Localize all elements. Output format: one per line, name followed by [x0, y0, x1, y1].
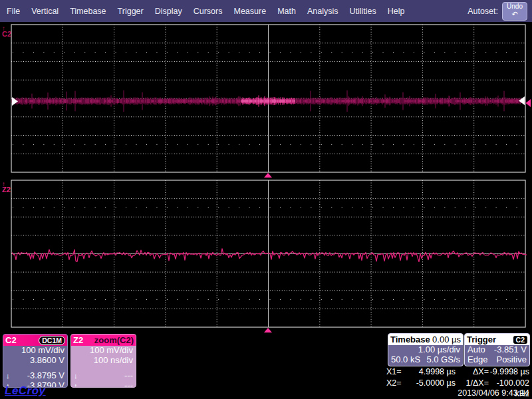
timebase-title: Timebase [390, 334, 430, 344]
z2-tdiv-value: 100 ns/div [94, 356, 133, 366]
z2-panel-header: Z2 zoom(C2) [71, 334, 136, 346]
c2-label-text: C2 [2, 30, 11, 38]
c2-min-value: -3.8795 V [27, 371, 65, 381]
timebase-rate: 5.0 GS/s [426, 355, 460, 365]
trigger-level: -3.851 V [494, 345, 527, 355]
z2-max-value: --- [124, 381, 133, 388]
trigger-title: Trigger [467, 334, 496, 344]
c2-vdiv-value: 100 mV/div [21, 346, 65, 356]
cursor-x1-marker[interactable] [519, 96, 525, 105]
z2-tdiv-row: 100 ns/div [71, 356, 136, 366]
timebase-delay: 0.00 µs [432, 334, 461, 344]
trigger-mode: Auto [467, 345, 485, 355]
trigger-type-row: Edge Positive [465, 355, 529, 365]
trigger-slope: Positive [496, 355, 527, 365]
c2-vdiv-row: 100 mV/div [3, 346, 67, 356]
oscilloscope-screen: FileVerticalTimebaseTriggerDisplayCursor… [0, 0, 532, 399]
z2-min-value: --- [124, 371, 133, 381]
trigger-mode-row: Auto -3.851 V [465, 345, 529, 355]
trigger-time-marker-top[interactable] [264, 173, 272, 178]
z2-min-row: ↓ --- [71, 371, 136, 381]
min-arrow-icon: ↓ [6, 371, 10, 381]
timebase-panel[interactable]: Timebase 0.00 µs 1.00 µs/div 50.0 kS 5.0… [388, 333, 464, 366]
dx-value: -9.9998 µs [489, 366, 529, 378]
z2-label-text: Z2 [2, 186, 11, 194]
c2-panel-title: C2 [5, 335, 17, 345]
z2-vdiv-value: 100 mV/div [90, 346, 133, 356]
max-arrow-icon: ↑ [74, 381, 78, 388]
trigger-time-marker-bottom[interactable] [264, 328, 272, 332]
z2-panel-title: Z2 [73, 335, 83, 345]
trigger-panel[interactable]: Trigger C2 Auto -3.851 V Edge Positive [464, 333, 530, 366]
c2-panel-header: C2 DC1M [3, 334, 67, 346]
c2-offset-value: 3.8600 V [30, 356, 65, 366]
timebase-panel-header: Timebase 0.00 µs [388, 334, 463, 345]
z2-source-label: zoom(C2) [94, 335, 134, 345]
timebase-sampling-row: 50.0 kS 5.0 GS/s [388, 355, 463, 365]
z2-trace [12, 249, 527, 262]
timebase-samples: 50.0 kS [391, 355, 420, 365]
z2-trace-label[interactable]: ↑ Z2 [2, 181, 13, 193]
z2-vdiv-row: 100 mV/div [71, 346, 136, 356]
timebase-tdiv: 1.00 µs/div [418, 345, 460, 355]
c2-offset-row: 3.8600 V [3, 356, 67, 366]
timebase-tdiv-row: 1.00 µs/div [388, 345, 463, 355]
c2-descriptor-panel[interactable]: C2 DC1M 100 mV/div 3.8600 V ↓ -3.8795 V … [3, 334, 68, 388]
min-arrow-icon: ↓ [74, 371, 78, 381]
dx-label: ΔX= [456, 366, 489, 378]
c2-min-row: ↓ -3.8795 V [3, 371, 67, 381]
z2-descriptor-panel[interactable]: Z2 zoom(C2) 100 mV/div 100 ns/div ↓ --- … [70, 334, 136, 388]
trigger-source-badge: C2 [513, 336, 527, 344]
trigger-level-marker[interactable] [526, 99, 531, 107]
x1-label: X1= [386, 366, 408, 378]
trigger-panel-header: Trigger C2 [465, 334, 529, 345]
z2-max-row: ↑ --- [71, 381, 136, 388]
x1-value: 4.9998 µs [408, 366, 456, 378]
c2-coupling-badge: DC1M [39, 336, 65, 345]
c2-trace-label[interactable]: ↑ C2 [2, 25, 13, 37]
datetime-display: 2013/04/06 9:43:14 [386, 388, 529, 398]
trigger-type: Edge [467, 355, 487, 365]
lecroy-logo: LeCroy [5, 384, 46, 398]
